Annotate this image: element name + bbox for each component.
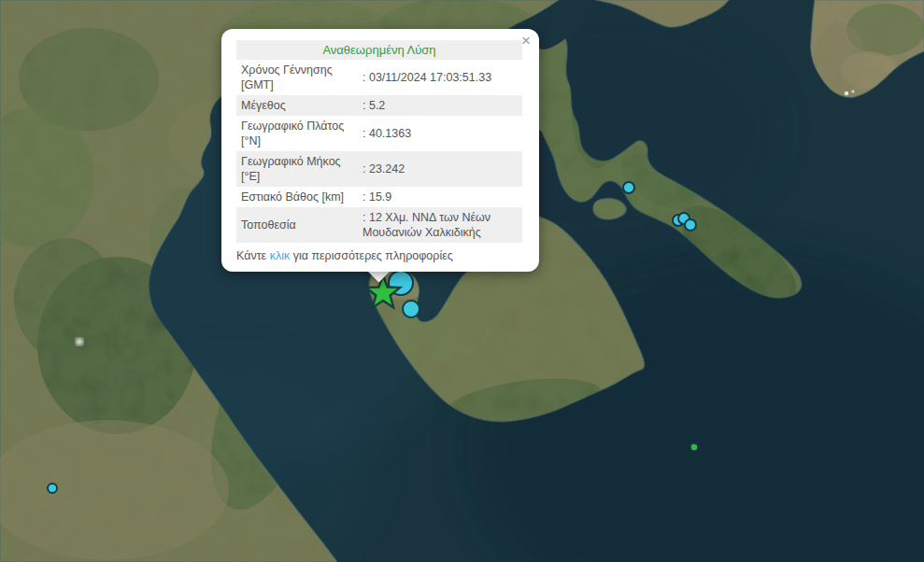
footer-text: για περισσότερες πληροφορίες — [290, 249, 453, 262]
row-value: : 03/11/2024 17:03:51.33 — [359, 60, 522, 95]
popup-footer: Κάντε κλικ για περισσότερες πληροφορίες — [236, 248, 522, 263]
table-row: Γεωγραφικό Μήκος [°E] : 23.242 — [236, 151, 522, 187]
row-label: Γεωγραφικό Πλάτος [°N] — [236, 116, 359, 151]
event-circle[interactable] — [48, 484, 57, 493]
footer-text: Κάντε — [236, 249, 270, 262]
map-viewport[interactable]: × Αναθεωρημένη Λύση Χρόνος Γέννησης [GMT… — [0, 0, 924, 562]
table-row: Γεωγραφικό Πλάτος [°N] : 40.1363 — [236, 116, 522, 151]
row-value: : 5.2 — [359, 95, 522, 116]
row-label: Μέγεθος — [236, 95, 359, 116]
event-dot[interactable] — [690, 443, 698, 451]
popup-title: Αναθεωρημένη Λύση — [236, 40, 522, 60]
event-circle[interactable] — [403, 301, 419, 317]
row-label: Χρόνος Γέννησης [GMT] — [236, 60, 359, 95]
table-row: Χρόνος Γέννησης [GMT] : 03/11/2024 17:03… — [236, 60, 522, 95]
row-label: Γεωγραφικό Μήκος [°E] — [236, 151, 359, 187]
more-info-link[interactable]: κλικ — [270, 249, 291, 262]
row-value: : 15.9 — [359, 187, 522, 207]
table-row: Εστιακό Βάθος [km] : 15.9 — [236, 187, 522, 207]
row-value: : 12 Χλμ. ΝΝΔ των Νέων Μουδανιών Χαλκιδι… — [359, 207, 522, 243]
row-value: : 23.242 — [359, 151, 522, 187]
event-circle[interactable] — [623, 182, 634, 193]
row-label: Εστιακό Βάθος [km] — [236, 187, 359, 207]
event-circle[interactable] — [685, 219, 696, 231]
event-popup: × Αναθεωρημένη Λύση Χρόνος Γέννησης [GMT… — [221, 29, 539, 272]
row-label: Τοποθεσία — [236, 207, 359, 243]
event-table: Αναθεωρημένη Λύση Χρόνος Γέννησης [GMT] … — [236, 40, 522, 243]
row-value: : 40.1363 — [359, 116, 522, 151]
table-row: Μέγεθος : 5.2 — [236, 95, 522, 116]
table-row: Τοποθεσία : 12 Χλμ. ΝΝΔ των Νέων Μουδανι… — [236, 207, 522, 243]
close-icon[interactable]: × — [521, 33, 531, 49]
